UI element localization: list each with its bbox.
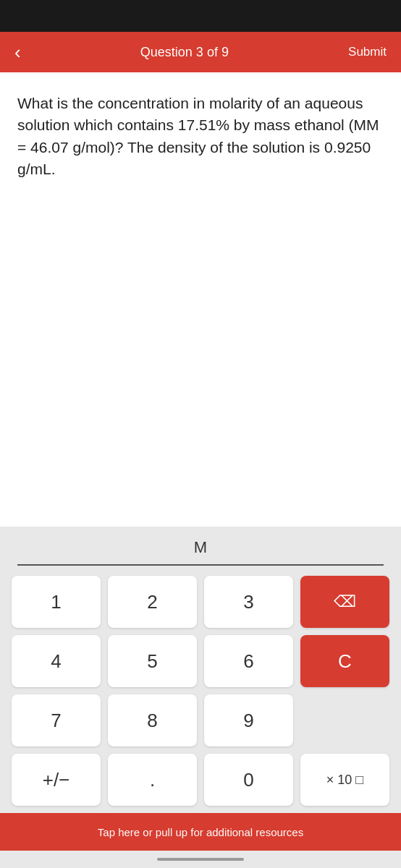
home-bar — [157, 858, 244, 861]
key-7[interactable]: 7 — [12, 694, 101, 746]
key-2[interactable]: 2 — [108, 576, 197, 628]
submit-button[interactable]: Submit — [348, 45, 387, 59]
key-4[interactable]: 4 — [12, 635, 101, 687]
multiply-key[interactable]: × 10 □ — [300, 754, 389, 806]
key-9[interactable]: 9 — [204, 694, 293, 746]
keypad: 1 2 3 ⌫ 4 5 6 C 7 8 9 +/− . 0 × 10 □ — [0, 566, 401, 813]
answer-unit: M — [194, 538, 207, 560]
keypad-row-4: +/− . 0 × 10 □ — [12, 754, 389, 806]
status-bar — [0, 0, 401, 32]
keypad-row-2: 4 5 6 C — [12, 635, 389, 687]
key-3[interactable]: 3 — [204, 576, 293, 628]
keypad-row-3: 7 8 9 — [12, 694, 389, 746]
key-decimal[interactable]: . — [108, 754, 197, 806]
bottom-bar[interactable]: Tap here or pull up for additional resou… — [0, 813, 401, 851]
answer-display-row: M — [17, 538, 384, 566]
key-plus-minus[interactable]: +/− — [12, 754, 101, 806]
key-5[interactable]: 5 — [108, 635, 197, 687]
home-indicator — [0, 851, 401, 868]
question-area: What is the concentration in molarity of… — [0, 72, 401, 527]
header: ‹ Question 3 of 9 Submit — [0, 32, 401, 72]
question-progress: Question 3 of 9 — [140, 45, 229, 60]
question-text: What is the concentration in molarity of… — [17, 93, 384, 181]
back-button[interactable]: ‹ — [14, 43, 21, 61]
clear-button[interactable]: C — [300, 635, 389, 687]
key-placeholder-top — [300, 694, 389, 746]
key-8[interactable]: 8 — [108, 694, 197, 746]
bottom-bar-text: Tap here or pull up for additional resou… — [98, 826, 303, 838]
keypad-row-1: 1 2 3 ⌫ — [12, 576, 389, 628]
key-1[interactable]: 1 — [12, 576, 101, 628]
backspace-button[interactable]: ⌫ — [300, 576, 389, 628]
answer-section: M — [0, 527, 401, 566]
key-0[interactable]: 0 — [204, 754, 293, 806]
key-6[interactable]: 6 — [204, 635, 293, 687]
